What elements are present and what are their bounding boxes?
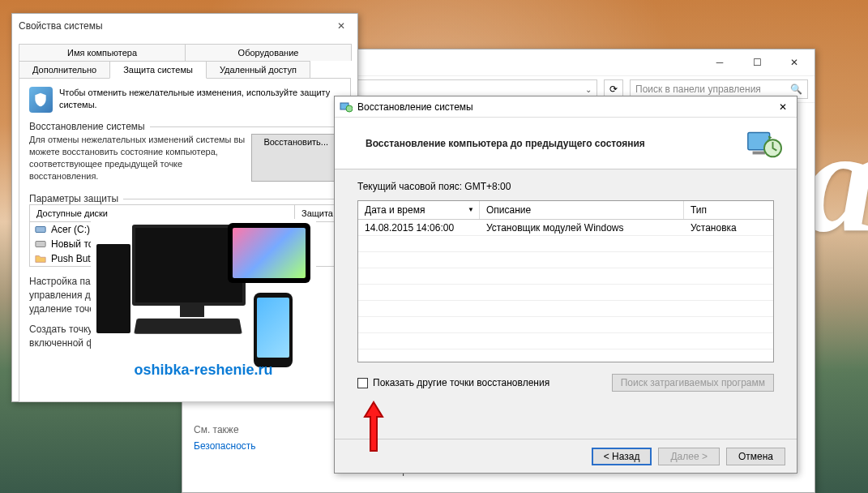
group-params-label: Параметры защиты xyxy=(29,193,123,204)
drive-icon xyxy=(35,224,46,235)
restore-point-row[interactable]: 14.08.2015 14:06:00 Установщик модулей W… xyxy=(358,220,773,236)
restore-description: Для отмены нежелательных изменений систе… xyxy=(29,134,245,182)
folder-icon xyxy=(35,253,46,264)
timezone-text: Текущий часовой пояс: GMT+8:00 xyxy=(357,181,774,192)
col-type[interactable]: Тип xyxy=(684,201,773,219)
col-description[interactable]: Описание xyxy=(480,201,684,219)
show-more-label: Показать другие точки восстановления xyxy=(373,377,549,388)
keyboard-icon xyxy=(134,319,242,334)
tablet-icon xyxy=(228,223,310,283)
close-button[interactable]: ✕ xyxy=(776,51,813,74)
close-icon[interactable]: ✕ xyxy=(774,98,792,116)
wizard-heading: Восстановление компьютера до предыдущего… xyxy=(366,138,645,149)
restore-points-table: Дата и время▼ Описание Тип 14.08.2015 14… xyxy=(357,200,774,362)
drive-name: Acer (C:) ( xyxy=(51,224,96,235)
sort-desc-icon: ▼ xyxy=(468,206,474,213)
shield-icon xyxy=(29,87,53,113)
tab-advanced[interactable]: Дополнительно xyxy=(19,61,110,79)
restore-button[interactable]: Восстановить... xyxy=(251,134,340,182)
tab-hardware[interactable]: Оборудование xyxy=(185,44,352,61)
scan-affected-button[interactable]: Поиск затрагиваемых программ xyxy=(612,374,774,392)
svg-rect-1 xyxy=(36,242,45,247)
next-button[interactable]: Далее > xyxy=(658,448,720,465)
close-icon[interactable]: ✕ xyxy=(331,16,351,36)
security-link[interactable]: Безопасность xyxy=(194,440,343,452)
cell-datetime: 14.08.2015 14:06:00 xyxy=(358,221,480,235)
search-placeholder: Поиск в панели управления xyxy=(635,84,761,95)
devices-image: oshibka-reshenie.ru xyxy=(91,219,316,381)
cancel-button[interactable]: Отмена xyxy=(726,448,785,465)
phone-icon xyxy=(254,293,293,367)
system-restore-wizard: Восстановление системы ✕ Восстановление … xyxy=(334,96,797,474)
checkbox-icon xyxy=(357,378,368,388)
chevron-down-icon[interactable]: ⌄ xyxy=(585,85,592,94)
maximize-button[interactable]: ☐ xyxy=(738,51,776,74)
dialog-title: Свойства системы xyxy=(19,20,103,32)
restore-large-icon xyxy=(745,125,782,162)
wizard-title: Восстановление системы xyxy=(357,101,473,113)
intro-text: Чтобы отменить нежелательные изменения, … xyxy=(59,87,340,113)
see-also-label: См. также xyxy=(194,424,343,435)
cell-description: Установщик модулей Windows xyxy=(480,221,684,235)
cell-type: Установка xyxy=(684,221,773,235)
tab-system-protection[interactable]: Защита системы xyxy=(109,61,207,79)
search-icon: 🔍 xyxy=(790,84,802,95)
drive-name: Новый то xyxy=(51,238,93,250)
watermark-url: oshibka-reshenie.ru xyxy=(92,362,315,379)
show-more-checkbox[interactable]: Показать другие точки восстановления xyxy=(357,377,549,388)
restore-icon xyxy=(340,101,353,114)
minimize-button[interactable]: ─ xyxy=(701,51,738,74)
svg-rect-5 xyxy=(753,151,765,154)
back-button[interactable]: < Назад xyxy=(592,448,652,465)
desktop-tower-icon xyxy=(96,244,130,333)
tab-computer-name[interactable]: Имя компьютера xyxy=(19,44,186,61)
col-datetime[interactable]: Дата и время▼ xyxy=(358,201,480,219)
svg-rect-0 xyxy=(36,227,45,233)
svg-point-3 xyxy=(346,105,353,112)
drive-icon xyxy=(35,238,46,250)
tab-remote[interactable]: Удаленный доступ xyxy=(206,61,310,79)
group-restore-label: Восстановление системы xyxy=(29,121,150,132)
